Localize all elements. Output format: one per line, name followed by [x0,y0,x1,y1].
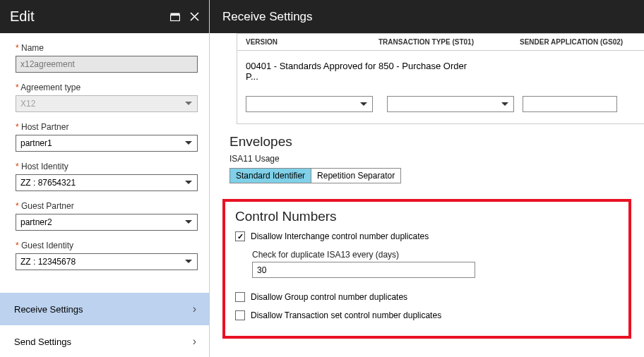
nav-send-settings[interactable]: Send Settings › [0,325,209,357]
settings-nav: Receive Settings › Send Settings › [0,293,209,357]
nav-receive-label: Receive Settings [14,304,83,315]
label-disallow-transaction: Disallow Transaction set control number … [251,310,441,320]
col-type-header: TRANSACTION TYPE (ST01) [378,38,520,46]
host-identity-select[interactable]: ZZ : 87654321 [16,174,198,191]
filter-row [237,92,644,124]
nav-send-label: Send Settings [14,337,71,347]
receive-header: Receive Settings [210,0,644,33]
host-partner-select[interactable]: partner1 [16,135,198,152]
cell-type: 850 - Purchase Order [378,61,520,82]
check-disallow-group-row: Disallow Group control number duplicates [235,292,619,302]
isa11-label: ISA11 Usage [229,154,624,164]
receive-settings-blade: Receive Settings VERSION TRANSACTION TYP… [210,0,644,357]
envelopes-section: Envelopes ISA11 Usage Standard Identifie… [210,124,644,193]
cell-sender [520,61,644,82]
name-label: Name [16,43,199,53]
guest-partner-select[interactable]: partner2 [16,214,198,231]
guest-partner-label: Guest Partner [16,201,199,211]
label-disallow-group: Disallow Group control number duplicates [251,292,407,302]
toggle-standard-identifier[interactable]: Standard Identifier [230,169,311,183]
svg-rect-1 [171,13,180,15]
envelopes-heading: Envelopes [229,134,624,150]
agreement-type-label: Agreement type [16,83,199,92]
table-row: 00401 - Standards Approved for P... 850 … [237,51,644,92]
receive-title: Receive Settings [222,10,313,24]
nav-receive-settings[interactable]: Receive Settings › [0,293,209,325]
guest-identity-select[interactable]: ZZ : 12345678 [16,253,198,270]
svg-rect-0 [171,15,180,20]
toggle-repetition-separator[interactable]: Repetition Separator [311,169,400,183]
close-icon[interactable] [190,12,199,21]
edit-title: Edit [10,8,34,25]
filter-type-select[interactable] [387,96,514,112]
edit-blade: Edit Name Agreement type X12 Host Partne… [0,0,210,357]
control-numbers-heading: Control Numbers [235,209,619,224]
check-disallow-interchange-row: Disallow Interchange control number dupl… [235,231,619,241]
chevron-right-icon: › [193,335,196,348]
name-input [16,56,198,73]
check-disallow-transaction-row: Disallow Transaction set control number … [235,310,619,320]
isa13-days-label: Check for duplicate ISA13 every (days) [252,250,619,260]
agreement-type-select: X12 [16,95,198,112]
checkbox-disallow-group[interactable] [235,292,245,302]
label-disallow-interchange: Disallow Interchange control number dupl… [251,231,429,241]
chevron-right-icon: › [193,303,196,315]
agreement-form: Name Agreement type X12 Host Partner par… [0,33,209,280]
edit-header: Edit [0,0,209,33]
filter-version-select[interactable] [246,96,373,112]
host-identity-label: Host Identity [16,162,199,171]
col-version-header: VERSION [237,38,378,46]
cell-version: 00401 - Standards Approved for P... [237,61,378,82]
maximize-icon[interactable] [170,13,180,21]
isa11-toggle: Standard Identifier Repetition Separator [229,168,401,183]
checkbox-disallow-transaction[interactable] [235,310,245,320]
checkbox-disallow-interchange[interactable] [235,231,245,241]
isa13-days-block: Check for duplicate ISA13 every (days) [252,250,619,278]
schema-table: VERSION TRANSACTION TYPE (ST01) SENDER A… [237,33,644,124]
isa13-days-input[interactable] [252,262,475,278]
control-numbers-section: Control Numbers Disallow Interchange con… [222,199,631,339]
host-partner-label: Host Partner [16,122,199,132]
filter-sender-input[interactable] [523,96,617,112]
guest-identity-label: Guest Identity [16,241,199,250]
col-sender-header: SENDER APPLICATION (GS02) [520,38,644,46]
